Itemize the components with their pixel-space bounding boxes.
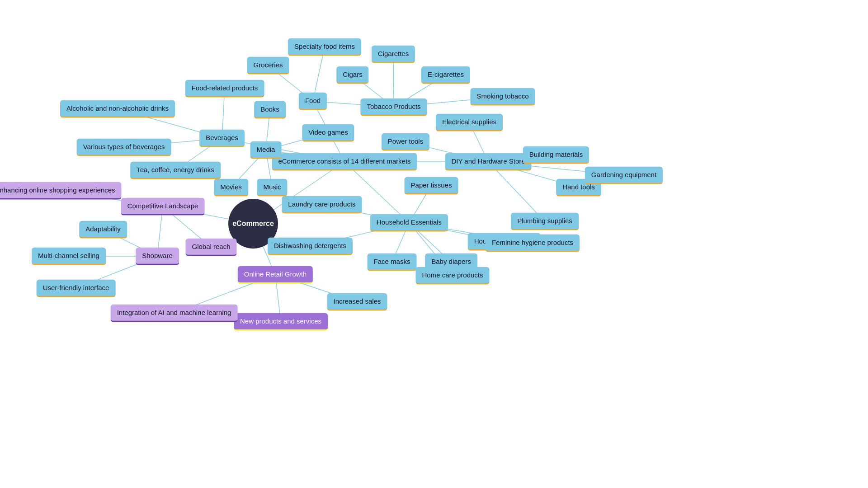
node-powertools: Power tools — [382, 133, 429, 151]
node-diy: DIY and Hardware Store — [445, 153, 531, 171]
node-ecommerce14: eCommerce consists of 14 different marke… — [272, 153, 417, 171]
node-onlineretailgrowth: Online Retail Growth — [238, 266, 313, 284]
node-feminineproducts: Feminine hygiene products — [486, 235, 580, 252]
node-teacoffee: Tea, coffee, energy drinks — [130, 162, 221, 179]
node-shopware: Shopware — [136, 248, 179, 265]
node-groceries: Groceries — [247, 57, 289, 75]
node-beverages: Beverages — [199, 130, 245, 147]
node-newproducts: New products and services — [234, 313, 328, 331]
node-alcoholic: Alcoholic and non-alcoholic drinks — [60, 100, 175, 118]
node-dishwashing: Dishwashing detergents — [268, 238, 353, 255]
node-increasedsales: Increased sales — [327, 293, 387, 311]
node-competitive: Competitive Landscape — [121, 198, 205, 216]
node-laundrycare: Laundry care products — [282, 196, 362, 214]
node-homecareproducts: Home care products — [415, 267, 489, 285]
node-integrationai: Integration of AI and machine learning — [111, 305, 238, 322]
node-plumbingsupplies: Plumbing supplies — [511, 213, 579, 230]
node-householdessentials: Household Essentials — [370, 214, 448, 232]
node-music: Music — [257, 179, 287, 197]
node-specialty: Specialty food items — [288, 38, 361, 56]
node-ecigarettes: E-cigarettes — [421, 66, 470, 84]
node-gardeningequipment: Gardening equipment — [585, 167, 663, 184]
node-buildingmaterials: Building materials — [523, 146, 589, 164]
node-food: Food — [299, 93, 327, 110]
node-tobacco: Tobacco Products — [360, 99, 427, 116]
node-cigars: Cigars — [336, 66, 368, 84]
mind-map: eCommerceeCommerce consists of 14 differ… — [0, 0, 868, 488]
node-adaptability: Adaptability — [79, 221, 127, 239]
node-movies: Movies — [214, 179, 248, 197]
node-enhancing: Enhancing online shopping experiences — [0, 182, 122, 200]
node-facemasks: Face masks — [368, 253, 417, 271]
node-books: Books — [254, 101, 286, 119]
node-multichannel: Multi-channel selling — [32, 248, 106, 265]
node-media: Media — [250, 141, 282, 159]
node-varioustypes: Various types of beverages — [77, 139, 171, 156]
node-userfriendly: User-friendly interface — [37, 280, 116, 297]
node-smokingtobacco: Smoking tobacco — [470, 88, 535, 106]
node-foodrelated: Food-related products — [185, 80, 264, 98]
svg-line-26 — [344, 162, 409, 223]
node-papertissues: Paper tissues — [405, 177, 458, 195]
node-electricalsupplies: Electrical supplies — [436, 114, 503, 131]
node-cigarettes: Cigarettes — [372, 46, 415, 63]
node-globalreach: Global reach — [185, 239, 236, 256]
node-videogames: Video games — [302, 124, 354, 142]
